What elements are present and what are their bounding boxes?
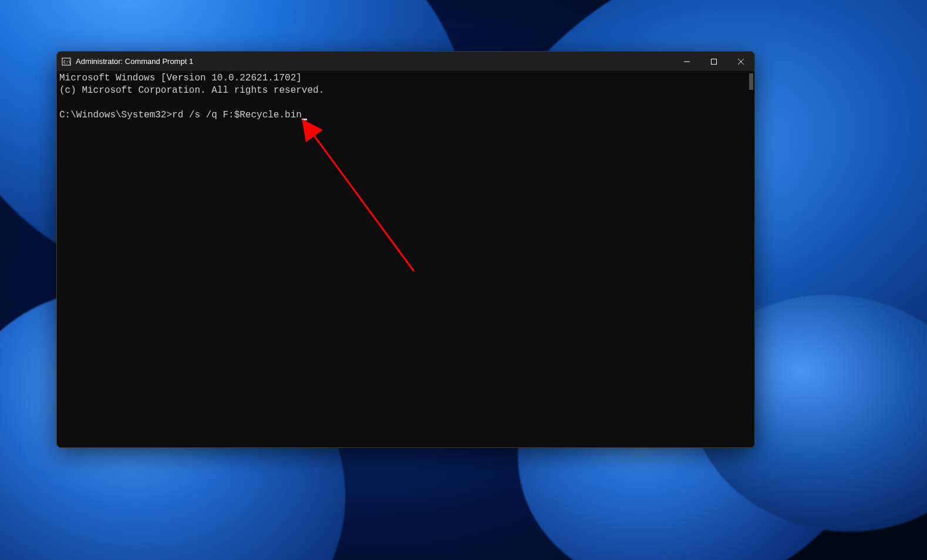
command-prompt-window: C:\ Administrator: Command Prompt 1 Micr…	[56, 51, 755, 448]
terminal-line-2: (c) Microsoft Corporation. All rights re…	[59, 85, 324, 96]
terminal-command: rd /s /q F:$Recycle.bin	[172, 109, 302, 122]
minimize-button[interactable]	[673, 52, 700, 71]
terminal-area[interactable]: Microsoft Windows [Version 10.0.22621.17…	[57, 71, 754, 447]
terminal-cursor	[302, 119, 307, 120]
terminal-line-1: Microsoft Windows [Version 10.0.22621.17…	[59, 73, 302, 83]
window-title: Administrator: Command Prompt 1	[76, 57, 193, 66]
terminal-prompt: C:\Windows\System32>	[59, 109, 172, 122]
svg-text:C:\: C:\	[63, 60, 71, 65]
window-controls	[673, 52, 754, 71]
maximize-button[interactable]	[700, 52, 727, 71]
scrollbar-track[interactable]	[745, 71, 754, 447]
close-button[interactable]	[727, 52, 754, 71]
command-prompt-icon: C:\	[62, 57, 71, 66]
title-left-group: C:\ Administrator: Command Prompt 1	[62, 57, 193, 66]
window-titlebar[interactable]: C:\ Administrator: Command Prompt 1	[57, 52, 754, 71]
terminal-content[interactable]: Microsoft Windows [Version 10.0.22621.17…	[57, 71, 745, 447]
svg-rect-3	[712, 59, 717, 64]
scrollbar-thumb[interactable]	[749, 73, 753, 90]
